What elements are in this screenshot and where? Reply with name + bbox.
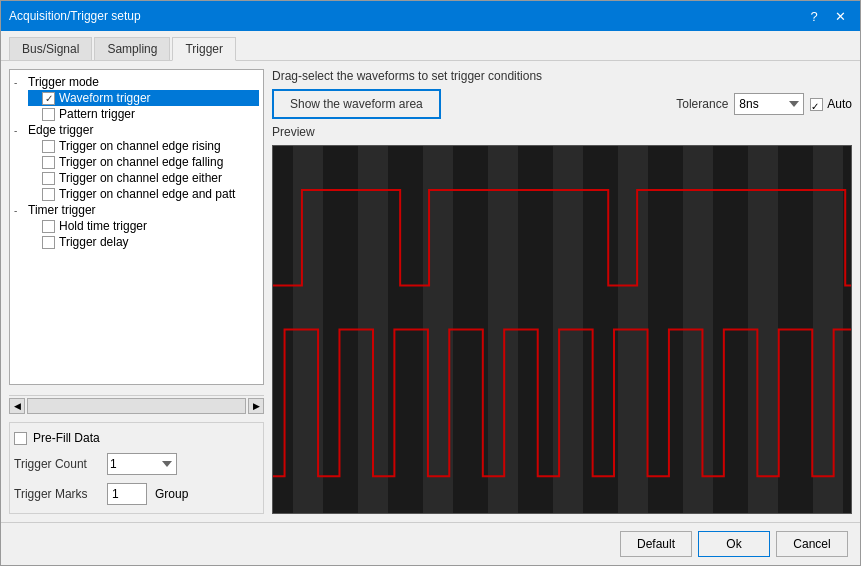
dialog-title: Acquisition/Trigger setup — [9, 9, 141, 23]
cancel-button[interactable]: Cancel — [776, 531, 848, 557]
checkbox-hold-time[interactable] — [42, 220, 55, 233]
title-bar-buttons: ? ✕ — [802, 6, 852, 26]
checkbox-trigger-delay[interactable] — [42, 236, 55, 249]
tree-label-edge-falling: Trigger on channel edge falling — [59, 155, 223, 169]
checkbox-pattern-trigger[interactable] — [42, 108, 55, 121]
instruction-text: Drag-select the waveforms to set trigger… — [272, 69, 542, 83]
footer: Default Ok Cancel — [1, 522, 860, 565]
tree-item-trigger-delay[interactable]: Trigger delay — [28, 234, 259, 250]
right-panel: Drag-select the waveforms to set trigger… — [272, 69, 852, 514]
main-content: - Trigger mode ✓ Waveform trigger — [1, 61, 860, 522]
tree-item-edge-patt[interactable]: Trigger on channel edge and patt — [28, 186, 259, 202]
tolerance-select[interactable]: 8ns 4ns 16ns — [734, 93, 804, 115]
show-waveform-button[interactable]: Show the waveform area — [272, 89, 441, 119]
left-panel: - Trigger mode ✓ Waveform trigger — [9, 69, 264, 514]
tree-item-pattern-trigger[interactable]: Pattern trigger — [28, 106, 259, 122]
tree-item-hold-time[interactable]: Hold time trigger — [28, 218, 259, 234]
expander-icon: - — [14, 205, 28, 216]
h-scrollbar-row: ◀ ▶ — [9, 395, 264, 414]
tree-container[interactable]: - Trigger mode ✓ Waveform trigger — [9, 69, 264, 385]
tree-label-edge-rising: Trigger on channel edge rising — [59, 139, 221, 153]
preview-label: Preview — [272, 125, 852, 139]
dialog: Acquisition/Trigger setup ? ✕ Bus/Signal… — [0, 0, 861, 566]
tree-item-trigger-mode: - Trigger mode — [14, 74, 259, 90]
group-label: Group — [155, 487, 188, 501]
tree-label-waveform-trigger: Waveform trigger — [59, 91, 151, 105]
tree-item-edge-falling[interactable]: Trigger on channel edge falling — [28, 154, 259, 170]
trigger-count-label: Trigger Count — [14, 457, 99, 471]
tree-label-pattern-trigger: Pattern trigger — [59, 107, 135, 121]
tab-bus-signal[interactable]: Bus/Signal — [9, 37, 92, 60]
title-bar: Acquisition/Trigger setup ? ✕ — [1, 1, 860, 31]
auto-checkbox[interactable]: ✓ — [810, 98, 823, 111]
checkbox-edge-rising[interactable] — [42, 140, 55, 153]
checkbox-edge-falling[interactable] — [42, 156, 55, 169]
tab-bar: Bus/Signal Sampling Trigger — [1, 31, 860, 61]
tree-label-edge-trigger: Edge trigger — [28, 123, 93, 137]
tolerance-label: Tolerance — [676, 97, 728, 111]
tab-sampling[interactable]: Sampling — [94, 37, 170, 60]
prefill-label: Pre-Fill Data — [33, 431, 100, 445]
tab-trigger[interactable]: Trigger — [172, 37, 236, 61]
expander-icon: - — [14, 77, 28, 88]
ok-button[interactable]: Ok — [698, 531, 770, 557]
tree-label-trigger-delay: Trigger delay — [59, 235, 129, 249]
tree-label-trigger-mode: Trigger mode — [28, 75, 99, 89]
prefill-checkbox[interactable] — [14, 432, 27, 445]
scroll-left-button[interactable]: ◀ — [9, 398, 25, 414]
waveform-display — [273, 146, 851, 513]
checkmark-icon: ✓ — [45, 93, 53, 104]
help-button[interactable]: ? — [802, 6, 826, 26]
trigger-count-row: Trigger Count 1 2 4 8 — [14, 453, 259, 475]
auto-row: ✓ Auto — [810, 97, 852, 111]
top-controls: Drag-select the waveforms to set trigger… — [272, 69, 852, 83]
checkbox-waveform-trigger[interactable]: ✓ — [42, 92, 55, 105]
trigger-marks-row: Trigger Marks 1 Group — [14, 483, 259, 505]
tree-item-edge-trigger: - Edge trigger — [14, 122, 259, 138]
bottom-controls: Pre-Fill Data Trigger Count 1 2 4 8 Trig… — [9, 422, 264, 514]
checkbox-edge-patt[interactable] — [42, 188, 55, 201]
waveform-canvas[interactable] — [272, 145, 852, 514]
tree-item-timer-trigger: - Timer trigger — [14, 202, 259, 218]
tree-label-edge-either: Trigger on channel edge either — [59, 171, 222, 185]
expander-icon: - — [14, 125, 28, 136]
tree-label-timer-trigger: Timer trigger — [28, 203, 96, 217]
tree-item-edge-rising[interactable]: Trigger on channel edge rising — [28, 138, 259, 154]
tolerance-row: Tolerance 8ns 4ns 16ns ✓ Auto — [676, 93, 852, 115]
trigger-marks-input[interactable]: 1 — [107, 483, 147, 505]
tree-label-hold-time: Hold time trigger — [59, 219, 147, 233]
tree-item-waveform-trigger[interactable]: ✓ Waveform trigger — [28, 90, 259, 106]
trigger-marks-label: Trigger Marks — [14, 487, 99, 501]
scroll-right-button[interactable]: ▶ — [248, 398, 264, 414]
default-button[interactable]: Default — [620, 531, 692, 557]
trigger-count-select[interactable]: 1 2 4 8 — [107, 453, 177, 475]
close-button[interactable]: ✕ — [828, 6, 852, 26]
h-scrollbar[interactable] — [27, 398, 246, 414]
tree-item-edge-either[interactable]: Trigger on channel edge either — [28, 170, 259, 186]
prefill-row: Pre-Fill Data — [14, 431, 259, 445]
checkbox-edge-either[interactable] — [42, 172, 55, 185]
auto-label: Auto — [827, 97, 852, 111]
tree-label-edge-patt: Trigger on channel edge and patt — [59, 187, 235, 201]
